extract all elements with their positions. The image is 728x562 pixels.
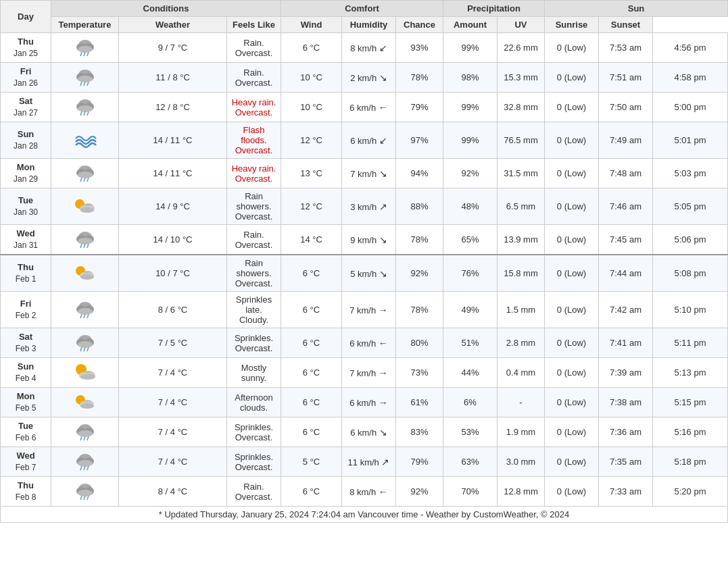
icon-cell <box>51 388 119 417</box>
svg-line-20 <box>87 111 89 116</box>
chance-cell: 70% <box>443 477 498 507</box>
feels-like-cell: 12 °C <box>281 188 342 225</box>
sunset-cell: 5:13 pm <box>653 358 728 388</box>
day-date: Feb 2 <box>5 310 47 322</box>
wind-arrow: → <box>379 305 388 315</box>
day-date: Jan 25 <box>5 48 47 59</box>
uv-cell: 0 (Low) <box>545 447 599 477</box>
table-row: Sun Feb 4 7 / 4 °C Mostly sunny. 6 °C 7 … <box>1 358 728 388</box>
sun-cloud-small-icon <box>73 261 97 285</box>
sunset-cell: 4:58 pm <box>653 63 728 93</box>
wind-cell: 7 km/h → <box>342 358 396 388</box>
weather-desc-cell: Heavy rain. Overcast. <box>227 159 281 188</box>
uv-cell: 0 (Low) <box>545 122 599 159</box>
wind-header: Wind <box>281 17 342 33</box>
table-row: Sun Jan 28 14 / 11 °C Flash floods. Over… <box>1 122 728 159</box>
svg-line-18 <box>80 111 82 116</box>
day-cell: Fri Feb 2 <box>1 292 51 328</box>
table-row: Sat Feb 3 7 / 5 °C Sprinkles. Overcast. … <box>1 328 728 358</box>
icon-cell <box>51 447 119 477</box>
humidity-cell: 78% <box>396 63 443 93</box>
icon-cell <box>51 159 119 188</box>
table-row: Sat Jan 27 12 / 8 °C Heavy rain. Overcas… <box>1 93 728 122</box>
table-row: Tue Jan 30 14 / 9 °C Rain showers. Overc… <box>1 188 728 225</box>
svg-point-44 <box>80 274 94 280</box>
uv-cell: 0 (Low) <box>545 417 599 447</box>
sunset-cell: 5:03 pm <box>653 159 728 188</box>
temp-cell: 7 / 4 °C <box>119 358 227 388</box>
amount-cell: 1.5 mm <box>498 292 545 328</box>
weather-desc-cell: Rain showers. Overcast. <box>227 255 281 292</box>
temp-cell: 7 / 4 °C <box>119 447 227 477</box>
svg-line-87 <box>80 496 82 500</box>
uv-cell: 0 (Low) <box>545 33 599 63</box>
weather-desc-cell: Rain. Overcast. <box>227 63 281 93</box>
svg-line-58 <box>87 347 89 351</box>
feels-like-cell: 13 °C <box>281 159 342 188</box>
sun-cloud-big-icon <box>73 361 97 384</box>
feels-like-cell: 12 °C <box>281 122 342 159</box>
uv-cell: 0 (Low) <box>545 255 599 292</box>
icon-cell <box>51 477 119 507</box>
icon-cell <box>51 93 119 122</box>
humidity-cell: 92% <box>396 477 443 507</box>
wind-arrow: ↙ <box>379 43 387 53</box>
amount-cell: 12.8 mm <box>498 477 545 507</box>
wind-cell: 6 km/h ↙ <box>342 122 396 159</box>
rain-cloud-icon <box>73 36 97 59</box>
chance-cell: 48% <box>443 188 498 225</box>
table-row: Fri Jan 26 11 / 8 °C Rain. Overcast. 10 … <box>1 63 728 93</box>
table-row: Thu Jan 25 9 / 7 °C Rain. Overcast. 6 °C… <box>1 33 728 63</box>
chance-cell: 49% <box>443 292 498 328</box>
humidity-header: Humidity <box>342 17 396 33</box>
chance-cell: 99% <box>443 93 498 122</box>
day-name: Thu <box>18 480 34 490</box>
wind-cell: 9 km/h ↘ <box>342 225 396 255</box>
comfort-header: Comfort <box>281 1 443 17</box>
chance-cell: 6% <box>443 388 498 417</box>
day-cell: Thu Jan 25 <box>1 33 51 63</box>
wind-cell: 8 km/h ← <box>342 477 396 507</box>
day-cell: Sun Feb 4 <box>1 358 51 388</box>
chance-cell: 98% <box>443 63 498 93</box>
day-date: Feb 6 <box>5 432 47 444</box>
day-name: Mon <box>17 162 35 172</box>
sunrise-cell: 7:39 am <box>599 358 653 388</box>
temp-cell: 14 / 10 °C <box>119 225 227 255</box>
day-name: Mon <box>17 391 35 401</box>
wind-arrow: ↘ <box>379 72 387 83</box>
humidity-cell: 73% <box>396 358 443 388</box>
table-row: Fri Feb 2 8 / 6 °C Sprinkles late. Cloud… <box>1 292 728 328</box>
humidity-cell: 61% <box>396 388 443 417</box>
sunset-cell: 5:06 pm <box>653 225 728 255</box>
uv-cell: 0 (Low) <box>545 388 599 417</box>
wind-cell: 5 km/h ↘ <box>342 255 396 292</box>
day-name: Tue <box>18 421 33 431</box>
wind-arrow: ↗ <box>379 201 387 212</box>
day-cell: Thu Feb 1 <box>1 255 51 292</box>
sunrise-cell: 7:36 am <box>599 417 653 447</box>
sunrise-cell: 7:51 am <box>599 63 653 93</box>
sunset-cell: 5:01 pm <box>653 122 728 159</box>
day-date: Feb 1 <box>5 274 47 285</box>
day-cell: Wed Feb 7 <box>1 447 51 477</box>
sunrise-cell: 7:38 am <box>599 388 653 417</box>
table-row: Mon Feb 5 7 / 4 °C Afternoon clouds. 6 °… <box>1 388 728 417</box>
svg-point-36 <box>78 238 93 245</box>
amount-cell: - <box>498 388 545 417</box>
table-row: Thu Feb 8 8 / 4 °C Rain. Overcast. 6 °C … <box>1 477 728 507</box>
sunrise-cell: 7:45 am <box>599 225 653 255</box>
svg-line-73 <box>80 436 82 440</box>
wind-arrow: ↗ <box>381 457 389 467</box>
chance-cell: 63% <box>443 447 498 477</box>
svg-line-39 <box>87 244 89 248</box>
sunrise-cell: 7:49 am <box>599 122 653 159</box>
sunset-header: Sunset <box>599 17 653 33</box>
svg-point-68 <box>80 403 94 409</box>
day-cell: Fri Jan 26 <box>1 63 51 93</box>
table-row: Wed Feb 7 7 / 4 °C Sprinkles. Overcast. … <box>1 447 728 477</box>
sunrise-cell: 7:33 am <box>599 477 653 507</box>
feels-like-cell: 6 °C <box>281 388 342 417</box>
humidity-cell: 92% <box>396 255 443 292</box>
sunset-cell: 4:56 pm <box>653 33 728 63</box>
